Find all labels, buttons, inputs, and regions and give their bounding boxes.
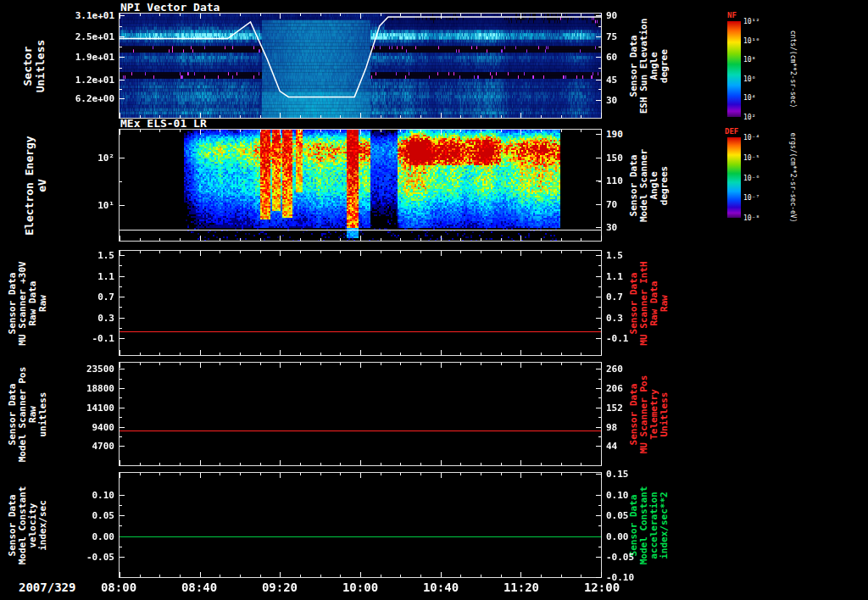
tick-mark	[601, 14, 602, 19]
tick-mark	[501, 251, 502, 253]
tick-mark	[441, 14, 442, 19]
y-axis-tick-label: 18800	[58, 383, 114, 394]
tick-mark	[520, 572, 521, 577]
tick-mark	[400, 14, 401, 16]
tick-mark	[561, 575, 562, 577]
tick-mark	[120, 338, 125, 339]
tick-mark	[120, 388, 125, 389]
tick-mark	[381, 14, 381, 16]
tick-mark	[400, 115, 401, 118]
tick-mark	[140, 14, 141, 16]
colorbar-nf-units-wrap: cnts/(cm**2-sr-sec)	[787, 21, 799, 117]
tick-mark	[400, 353, 401, 355]
tick-mark	[280, 572, 281, 577]
tick-mark	[561, 251, 562, 253]
tick-mark	[280, 236, 281, 241]
tick-mark	[240, 463, 241, 465]
y-axis-tick-label: 0.05	[58, 510, 114, 521]
tick-mark	[381, 473, 381, 475]
tick-mark	[360, 460, 361, 465]
tick-mark	[340, 473, 341, 475]
colorbar-nf	[727, 21, 741, 117]
tick-mark	[596, 408, 601, 408]
tick-mark	[520, 130, 521, 135]
colorbar-tick-label: 10¹⁰	[743, 37, 760, 45]
left-axis-label-els: Electron Energy eV	[23, 136, 48, 235]
tick-mark	[120, 297, 125, 297]
tick-mark	[320, 238, 321, 241]
time-tick-label: 10:00	[342, 581, 378, 594]
tick-mark	[180, 14, 181, 16]
tick-mark	[140, 251, 141, 253]
tick-mark	[561, 473, 562, 475]
tick-mark	[561, 353, 562, 355]
tick-mark	[460, 14, 461, 16]
mex-els-01-lr-spectrogram-canvas	[120, 130, 601, 241]
left-axis-label-model-constant: Sensor Data Model Constant velocity inde…	[8, 486, 48, 564]
colorbar-def	[727, 137, 741, 218]
tick-mark	[360, 572, 361, 577]
tick-mark	[159, 473, 160, 475]
tick-mark	[596, 227, 601, 228]
tick-mark	[601, 572, 602, 577]
tick-mark	[400, 238, 401, 241]
tick-mark	[300, 14, 301, 16]
y-axis-tick-label: 9400	[58, 422, 114, 433]
tick-mark	[180, 463, 181, 465]
tick-mark	[481, 115, 481, 118]
tick-mark	[340, 353, 341, 355]
time-axis: 08:0008:4009:2010:0010:4011:2012:00	[119, 581, 602, 596]
y-axis-tick-label: -0.1	[58, 333, 114, 344]
tick-mark	[360, 350, 361, 355]
left-axis-label-wrap-mu-scanner: Sensor Data MU Scanner +30V Raw Data Raw	[3, 250, 53, 356]
tick-mark	[280, 130, 281, 135]
y-axis-tick-label: 206	[606, 383, 623, 394]
tick-mark	[300, 363, 301, 365]
tick-mark	[220, 463, 220, 465]
y-axis-tick-label: 70	[606, 199, 617, 210]
tick-mark	[501, 130, 502, 132]
tick-mark	[200, 473, 201, 478]
tick-mark	[260, 463, 261, 465]
sun-elevation-overlay-canvas	[120, 14, 601, 118]
colorbar-tick-label: 10⁸	[743, 56, 755, 64]
tick-mark	[481, 473, 481, 475]
tick-mark	[260, 115, 261, 118]
tick-mark	[220, 14, 220, 16]
tick-mark	[581, 473, 581, 475]
tick-mark	[140, 473, 141, 475]
tick-mark	[120, 350, 120, 355]
tick-mark	[601, 350, 602, 355]
tick-mark	[140, 363, 141, 365]
tick-mark	[598, 379, 601, 380]
tick-mark	[360, 113, 361, 118]
tick-mark	[200, 460, 201, 465]
colorbar-nf-units: cnts/(cm**2-sr-sec)	[790, 31, 798, 108]
tick-mark	[596, 204, 601, 205]
tick-mark	[140, 353, 141, 355]
mu-scanner-30v-line	[120, 331, 601, 332]
tick-mark	[240, 363, 241, 365]
tick-mark	[340, 363, 341, 365]
tick-mark	[120, 369, 125, 369]
colorbar-tick-label: 10⁴	[743, 94, 755, 102]
tick-mark	[180, 238, 181, 241]
tick-mark	[541, 575, 542, 577]
tick-mark	[596, 427, 601, 428]
y-axis-tick-label: 10²	[58, 153, 114, 164]
right-axis-label-acceleration: Sensor Data Model Constant acceleration …	[629, 486, 670, 564]
tick-mark	[200, 14, 201, 19]
tick-mark	[581, 353, 581, 355]
tick-mark	[598, 307, 601, 308]
tick-mark	[598, 89, 601, 90]
tick-mark	[501, 14, 502, 16]
tick-mark	[596, 297, 601, 297]
tick-mark	[320, 575, 321, 577]
tick-mark	[501, 363, 502, 365]
tick-mark	[596, 100, 601, 101]
tick-mark	[240, 353, 241, 355]
tick-mark	[581, 130, 581, 132]
tick-mark	[598, 181, 601, 182]
tick-mark	[120, 397, 122, 398]
tick-mark	[561, 130, 562, 132]
